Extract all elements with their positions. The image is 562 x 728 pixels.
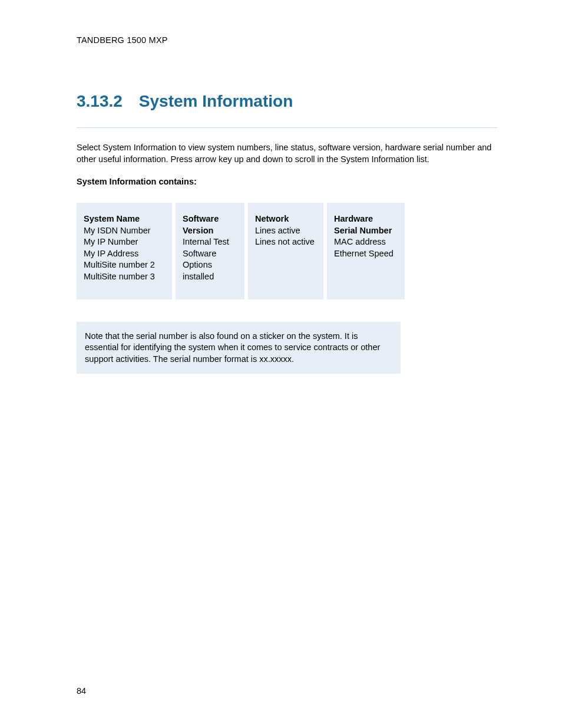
box-heading: System Name [84,213,165,225]
document-header: TANDBERG 1500 MXP [77,35,497,45]
box-item: MultiSite number 3 [84,271,165,283]
box-heading: Network [255,213,316,225]
box-item: My IP Address [84,248,165,260]
horizontal-rule [77,127,497,128]
info-columns-grid: System Name My ISDN Number My IP Number … [77,203,497,299]
box-item: My IP Number [84,236,165,248]
box-item: Lines active [255,225,316,237]
box-item: Ethernet Speed [334,248,398,260]
box-item: My ISDN Number [84,225,165,237]
info-box-hardware-serial: Hardware Serial Number MAC address Ether… [327,203,405,299]
section-title-text: System Information [139,92,293,110]
box-item: Internal Test Software [183,236,237,259]
intro-paragraph: Select System Information to view system… [77,142,497,165]
box-item: Lines not active [255,236,316,248]
info-box-software-version: Software Version Internal Test Software … [176,203,244,299]
box-heading: Software Version [183,213,237,236]
box-heading: Hardware Serial Number [334,213,398,236]
contains-heading: System Information contains: [77,177,497,186]
box-item: MAC address [334,236,398,248]
info-box-system-name: System Name My ISDN Number My IP Number … [77,203,172,299]
box-item: MultiSite number 2 [84,259,165,271]
section-title: 3.13.2System Information [77,92,497,111]
note-box: Note that the serial number is also foun… [77,322,401,374]
info-box-network: Network Lines active Lines not active [248,203,323,299]
section-number: 3.13.2 [77,92,123,111]
page-number: 84 [77,686,86,696]
box-item: Options installed [183,259,237,282]
